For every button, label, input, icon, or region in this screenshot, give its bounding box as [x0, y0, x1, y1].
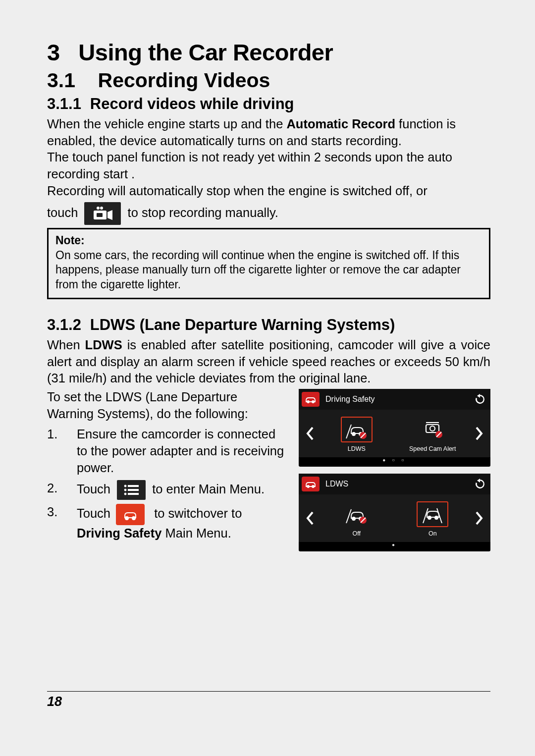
- option-off[interactable]: Off: [319, 501, 395, 537]
- note-box: Note: On some cars, the recording will c…: [47, 228, 490, 299]
- speed-cam-icon: [417, 417, 448, 442]
- list-item: Touch to enter Main Menu.: [47, 480, 287, 500]
- car-icon[interactable]: [302, 477, 320, 491]
- section-heading: 3.1 Recording Videos: [47, 69, 490, 92]
- chevron-left-icon[interactable]: [302, 508, 319, 531]
- option-label: On: [428, 530, 437, 537]
- svg-point-21: [430, 426, 435, 431]
- option-ldws[interactable]: LDWS: [319, 417, 395, 452]
- car-icon[interactable]: [302, 392, 320, 407]
- subsection-3-1-2-heading: 3.1.2LDWS (Lane Departure Warning System…: [47, 316, 490, 334]
- device-panel-driving-safety: Driving Safety: [299, 389, 490, 467]
- svg-marker-3: [107, 210, 112, 220]
- note-body: On some cars, the recording will continu…: [55, 248, 482, 292]
- svg-point-25: [307, 486, 309, 487]
- svg-point-27: [352, 517, 355, 520]
- manual-page: 3 Using the Car Recorder 3.1 Recording V…: [0, 0, 535, 756]
- page-dots: ●: [299, 542, 490, 551]
- list-item: Touch to switchover to Driving Safety Ma…: [47, 504, 287, 542]
- recorder-stop-icon: [84, 202, 121, 225]
- chevron-left-icon[interactable]: [302, 424, 319, 446]
- option-label: LDWS: [348, 445, 366, 452]
- menu-list-icon: [117, 480, 146, 500]
- panel-body: LDWS: [299, 410, 490, 457]
- svg-line-35: [437, 508, 442, 523]
- option-label: Off: [353, 530, 361, 537]
- chevron-right-icon[interactable]: [471, 424, 487, 446]
- panel-title: Driving Safety: [325, 395, 375, 404]
- svg-rect-6: [128, 485, 139, 487]
- note-title: Note:: [55, 233, 482, 248]
- svg-point-5: [124, 485, 127, 487]
- option-label: Speed Cam Alert: [409, 445, 456, 452]
- ldws-off-icon: [341, 501, 373, 527]
- svg-point-15: [352, 432, 355, 435]
- two-column-layout: To set the LDWS (Lane Departure Warning …: [47, 389, 490, 558]
- body-text-with-icon: touch to stop recording manually.: [47, 202, 490, 225]
- list-item: Ensure the camcorder is connected to the…: [47, 426, 287, 476]
- body-text: When the vehicle engine starts up and th…: [47, 116, 490, 149]
- ldws-icon: [341, 417, 373, 442]
- back-icon[interactable]: [473, 392, 487, 407]
- device-panel-ldws: LDWS: [299, 474, 490, 551]
- svg-rect-10: [128, 493, 139, 495]
- left-column: To set the LDWS (Lane Departure Warning …: [47, 389, 287, 558]
- body-text: When LDWS is enabled after satellite pos…: [47, 337, 490, 387]
- page-dots: ● ○ ○: [299, 457, 490, 467]
- chapter-heading: 3 Using the Car Recorder: [47, 39, 490, 66]
- svg-point-13: [307, 401, 309, 403]
- svg-point-12: [132, 517, 135, 520]
- svg-point-14: [312, 401, 314, 403]
- chevron-right-icon[interactable]: [471, 508, 487, 531]
- right-column: Driving Safety: [299, 389, 490, 558]
- footer-rule: [47, 691, 490, 692]
- svg-point-9: [124, 493, 127, 495]
- svg-point-33: [435, 516, 438, 519]
- svg-rect-8: [128, 489, 139, 491]
- back-icon[interactable]: [473, 477, 487, 491]
- option-speed-cam-alert[interactable]: Speed Cam Alert: [395, 417, 471, 452]
- svg-point-32: [428, 516, 431, 519]
- svg-line-29: [346, 509, 351, 523]
- svg-point-26: [312, 486, 314, 487]
- body-text: Recording will automatically stop when t…: [47, 183, 490, 200]
- step-list: Ensure the camcorder is connected to the…: [47, 426, 287, 542]
- option-on[interactable]: On: [395, 501, 471, 537]
- subsection-3-1-1-heading: 3.1.1Record videos while driving: [47, 95, 490, 113]
- page-number: 18: [47, 694, 62, 709]
- body-text: The touch panel function is not ready ye…: [47, 149, 490, 182]
- panel-header: Driving Safety: [299, 389, 490, 410]
- svg-point-7: [124, 489, 127, 491]
- svg-point-0: [97, 207, 100, 210]
- panel-body: Off: [299, 494, 490, 542]
- svg-point-11: [125, 517, 128, 520]
- svg-line-17: [346, 425, 351, 438]
- panel-title: LDWS: [325, 480, 348, 488]
- svg-point-1: [100, 207, 103, 210]
- panel-header: LDWS: [299, 474, 490, 494]
- body-text: To set the LDWS (Lane Departure Warning …: [47, 389, 287, 422]
- driving-safety-icon: [116, 504, 145, 525]
- svg-rect-4: [97, 213, 103, 217]
- ldws-on-icon: [417, 501, 448, 527]
